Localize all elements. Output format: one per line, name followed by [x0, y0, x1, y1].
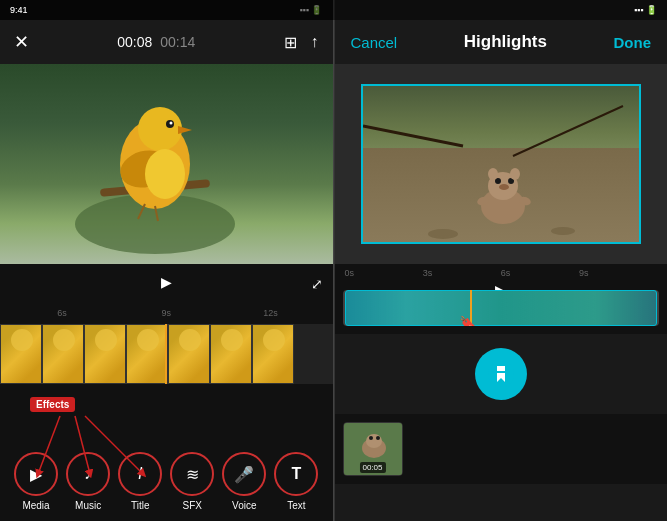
- sfx-icon[interactable]: ≋: [170, 452, 214, 496]
- thumbnail-1[interactable]: 00:05: [343, 422, 403, 476]
- toolbar-voice[interactable]: 🎤 Voice: [222, 452, 266, 511]
- svg-line-14: [363, 126, 463, 146]
- svg-point-20: [499, 184, 509, 190]
- svg-point-33: [376, 436, 380, 440]
- cancel-button[interactable]: Cancel: [351, 34, 398, 51]
- film-frame-1: [0, 324, 42, 384]
- add-button-container: [335, 334, 668, 414]
- right-status-icons: ▪▪▪ 🔋: [634, 5, 657, 15]
- playhead: [165, 324, 167, 384]
- right-header: Cancel Highlights Done: [335, 20, 668, 64]
- toolbar-media[interactable]: ▶ Media: [14, 452, 58, 511]
- ruler-mark-2: 9s: [114, 308, 218, 318]
- timeline-controls: ▶ ⤢ 6s 9s 12s: [0, 264, 333, 324]
- svg-point-22: [510, 168, 520, 180]
- bird-illustration: [70, 84, 240, 254]
- current-time: 00:08: [117, 34, 152, 50]
- svg-point-25: [428, 229, 458, 239]
- svg-point-31: [366, 434, 382, 448]
- right-filmstrip: 🔖: [343, 290, 660, 326]
- music-label: Music: [75, 500, 101, 511]
- right-ruler-9s: 9s: [579, 268, 657, 278]
- svg-point-26: [551, 227, 575, 235]
- text-icon[interactable]: T: [274, 452, 318, 496]
- film-frame-2: [42, 324, 84, 384]
- right-ruler: 0s 3s 6s 9s: [335, 268, 668, 278]
- voice-icon[interactable]: 🎤: [222, 452, 266, 496]
- right-ruler-3s: 3s: [423, 268, 501, 278]
- title-icon[interactable]: I: [118, 452, 162, 496]
- time-info: 00:08 00:14: [117, 34, 195, 50]
- close-button[interactable]: ✕: [14, 31, 29, 53]
- right-ruler-6s: 6s: [501, 268, 579, 278]
- svg-point-7: [170, 122, 173, 125]
- teal-clip[interactable]: [345, 290, 658, 326]
- film-frame-5: [168, 324, 210, 384]
- toolbar-music[interactable]: ♪ Music: [66, 452, 110, 511]
- toolbar-title[interactable]: I Title: [118, 452, 162, 511]
- svg-marker-5: [178, 126, 192, 134]
- svg-point-18: [495, 178, 501, 184]
- text-label: Text: [287, 500, 305, 511]
- add-icon: [487, 360, 515, 388]
- toolbar-text[interactable]: T Text: [274, 452, 318, 511]
- left-header: ✕ 00:08 00:14 ⊞ ↑: [0, 20, 333, 64]
- right-panel: 9:41 ▪▪▪ 🔋 Cancel Highlights Done: [334, 0, 668, 521]
- svg-line-15: [513, 106, 623, 156]
- play-button[interactable]: ▶: [161, 274, 172, 290]
- voice-label: Voice: [232, 500, 256, 511]
- film-frame-6: [210, 324, 252, 384]
- fullscreen-button[interactable]: ⤢: [311, 276, 323, 292]
- thumbnail-time: 00:05: [359, 462, 385, 473]
- share-icon[interactable]: ↑: [311, 33, 319, 51]
- right-ruler-0s: 0s: [345, 268, 423, 278]
- film-frame-7: [252, 324, 294, 384]
- ruler-mark-1: 6s: [10, 308, 114, 318]
- header-icons: ⊞ ↑: [284, 33, 319, 52]
- title-label: Title: [131, 500, 150, 511]
- svg-point-32: [369, 436, 373, 440]
- right-timeline: 0s 3s 6s 9s ▶ 🔖: [335, 264, 668, 334]
- filmstrip: [0, 324, 333, 384]
- svg-point-8: [145, 149, 185, 199]
- toolbar-icons: ▶ Media ♪ Music I Title ≋ SFX 🎤 Voice T …: [0, 452, 333, 511]
- music-icon[interactable]: ♪: [66, 452, 110, 496]
- add-highlight-button[interactable]: [475, 348, 527, 400]
- svg-rect-28: [495, 371, 507, 373]
- effects-toolbar: Effects ▶ Media ♪ Music: [0, 384, 333, 521]
- left-panel: 9:41 ▪▪▪ 🔋 ✕ 00:08 00:14 ⊞ ↑: [0, 0, 333, 521]
- ruler-mark-3: 12s: [218, 308, 322, 318]
- filter-icon[interactable]: ⊞: [284, 33, 297, 52]
- thumbnail-row: 00:05: [335, 414, 668, 484]
- effects-label-badge: Effects: [30, 397, 75, 412]
- bookmark-icon[interactable]: 🔖: [459, 315, 479, 326]
- video-frame: [361, 84, 641, 244]
- media-label: Media: [22, 500, 49, 511]
- film-frame-3: [84, 324, 126, 384]
- film-frame-4: [126, 324, 168, 384]
- highlights-title: Highlights: [464, 32, 547, 52]
- media-icon[interactable]: ▶: [14, 452, 58, 496]
- svg-point-4: [138, 107, 182, 151]
- video-preview: [0, 64, 333, 264]
- sfx-label: SFX: [183, 500, 202, 511]
- right-status-bar: 9:41 ▪▪▪ 🔋: [0, 0, 667, 20]
- svg-point-21: [488, 168, 498, 180]
- right-video-preview: [335, 64, 668, 264]
- right-status-time: 9:41: [10, 5, 28, 15]
- done-button[interactable]: Done: [614, 34, 652, 51]
- effects-annotation: Effects: [30, 394, 75, 412]
- background-branches: [363, 86, 641, 244]
- timeline-ruler: 6s 9s 12s: [0, 304, 333, 324]
- toolbar-sfx[interactable]: ≋ SFX: [170, 452, 214, 511]
- total-time: 00:14: [160, 34, 195, 50]
